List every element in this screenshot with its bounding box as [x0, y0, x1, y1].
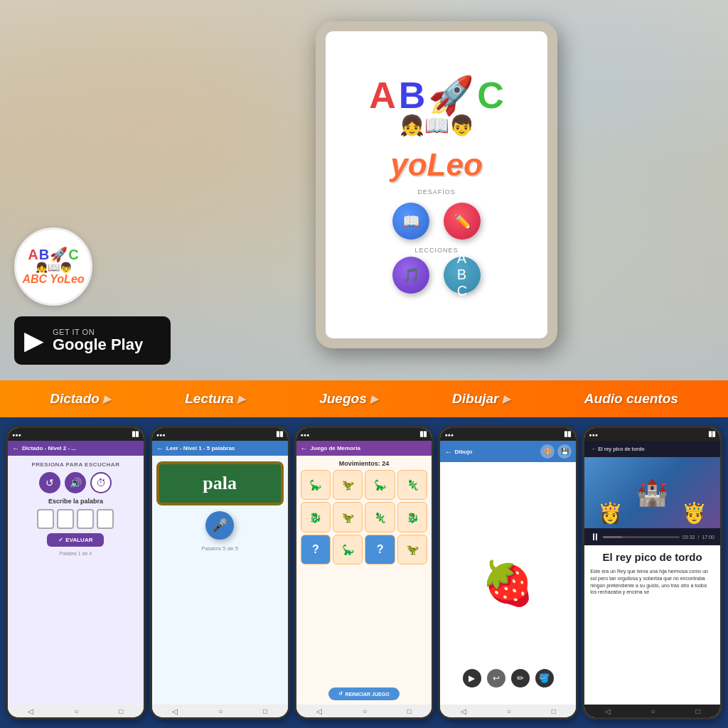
draw-play-btn[interactable]: ▶ [463, 669, 481, 687]
chalkboard-display: pala [156, 461, 284, 505]
phone3-title: Juego de Memoria [311, 445, 360, 451]
phone3-back[interactable]: ← [301, 444, 308, 452]
phone2-back[interactable]: ← [156, 444, 164, 452]
word-box-3[interactable] [77, 509, 94, 529]
logo-abc-text: AB🚀C [28, 247, 78, 262]
phone4-status: ●●●▊▊ [440, 428, 576, 441]
phone4-body: 🍓 ▶ ↩ ✏ 🪣 [440, 462, 576, 705]
audio-pause-btn[interactable]: ⏸ [590, 531, 600, 542]
phone1-back[interactable]: ← [12, 444, 19, 452]
nav-home[interactable]: ○ [363, 707, 367, 715]
drawing-save-btn[interactable]: 💾 [557, 444, 572, 459]
card-9[interactable]: ? [301, 535, 331, 564]
tablet-dictado-btn[interactable]: ✏️ [444, 203, 481, 240]
logo-kids-emoji: 👧📖👦 [36, 262, 72, 273]
tablet-leer-btn[interactable]: 📖 [392, 203, 429, 240]
banner-lectura[interactable]: Lectura [185, 391, 234, 407]
phone1-header: ← Dictado - Nivel 2 - ... [8, 441, 144, 456]
tablet-mockup: AB🚀C 👧📖👦 yoLeo DESAFÍOS 📖 ✏️ LECCIONES 🎵… [316, 21, 557, 348]
phone-screenshots-section: ●●●▊▊ ← Dictado - Nivel 2 - ... PRESIONA… [0, 417, 728, 728]
banner-dibujar[interactable]: Dibujar [452, 391, 498, 407]
card-5[interactable]: 🐉 [301, 502, 331, 532]
nav-home[interactable]: ○ [74, 707, 78, 715]
drawing-canvas[interactable]: 🍓 [444, 508, 572, 660]
drawing-tools: ▶ ↩ ✏ 🪣 [440, 669, 576, 687]
card-7[interactable]: 🦎 [365, 502, 395, 532]
nav-back[interactable]: ◁ [316, 707, 322, 715]
phone4-back[interactable]: ← [444, 448, 451, 456]
nav-recent[interactable]: □ [119, 707, 123, 715]
nav-home[interactable]: ○ [651, 707, 655, 715]
nav-recent[interactable]: □ [695, 707, 700, 715]
logo-yoleo-text: ABC YoLeo [22, 273, 84, 286]
audio-text-section: El rey pico de tordo Este era un Rey que… [584, 545, 720, 705]
tablet-abecedario-btn[interactable]: ABC [444, 257, 481, 294]
nav-recent[interactable]: □ [407, 707, 412, 715]
story-body-text: Este era un Rey que tenía una hija hermo… [590, 568, 714, 596]
dictado-word-count: Palabra 1 de 4 [60, 551, 92, 556]
evaluar-button[interactable]: ✓ EVALUAR [47, 533, 104, 547]
phone3-header: ← Juego de Memoria [296, 441, 432, 456]
nav-home[interactable]: ○ [218, 707, 223, 715]
escribir-label: Escribe la palabra [48, 498, 103, 505]
audio-time-total: 17:00 [702, 535, 714, 540]
google-play-icon: ▶ [24, 326, 44, 355]
nav-back[interactable]: ◁ [605, 707, 611, 715]
google-play-text: GET IT ON Google Play [53, 328, 143, 353]
evaluar-check: ✓ [58, 537, 63, 543]
dictado-refresh-btn[interactable]: ↺ [39, 472, 60, 493]
nav-recent[interactable]: □ [263, 707, 267, 715]
dictado-sound-btn[interactable]: 🔊 [65, 472, 86, 493]
phone5-header: ← El rey pico de tordo [584, 441, 720, 457]
drawing-palette-btn[interactable]: 🎨 [540, 444, 555, 459]
card-12[interactable]: 🦖 [397, 535, 427, 564]
nav-recent[interactable]: □ [552, 707, 556, 715]
dictado-timer-btn[interactable]: ⏱ [90, 472, 112, 493]
nav-home[interactable]: ○ [507, 707, 511, 715]
dictado-instruction: PRESIONA PARA ESCUCHAR [31, 461, 119, 468]
card-11[interactable]: ? [365, 535, 395, 564]
princess-icon: 👸 [598, 501, 623, 525]
dictado-playback-icons: ↺ 🔊 ⏱ [39, 472, 112, 493]
story-title: El rey pico de tordo [590, 551, 714, 564]
phone5-title: ← El rey pico de tordo [589, 444, 647, 454]
tablet-abc-logo: AB🚀C [369, 77, 504, 114]
card-10[interactable]: 🦕 [333, 535, 363, 564]
phone2-nav: ◁ ○ □ [152, 705, 288, 717]
phone-juegos: ●●●▊▊ ← Juego de Memoria Movimientos: 24… [294, 426, 434, 719]
google-play-badge[interactable]: ▶ GET IT ON Google Play [14, 316, 171, 365]
card-4[interactable]: 🦎 [397, 470, 427, 500]
nav-back[interactable]: ◁ [172, 707, 178, 715]
card-8[interactable]: 🐉 [397, 502, 427, 532]
draw-pencil-btn[interactable]: ✏ [511, 669, 530, 687]
card-2[interactable]: 🦖 [333, 470, 363, 500]
phone3-nav: ◁ ○ □ [296, 705, 432, 717]
nav-back[interactable]: ◁ [461, 707, 466, 715]
banner-juegos[interactable]: Juegos [319, 391, 367, 407]
phone2-body: pala 🎤 Palabra 5 de 5 [152, 456, 288, 705]
tablet-vocales-btn[interactable]: 🎵 [392, 257, 429, 294]
draw-undo-btn[interactable]: ↩ [487, 669, 505, 687]
phone-lectura: ●●●▊▊ ← Leer - Nivel 1 - 5 palabras pala… [150, 426, 290, 719]
card-3[interactable]: 🦕 [365, 470, 395, 500]
nav-back[interactable]: ◁ [28, 707, 33, 715]
reiniciar-button[interactable]: ↺ REINICIAR JUEGO [328, 687, 399, 700]
banner-audio-cuentos[interactable]: Audio cuentos [584, 391, 678, 407]
phone2-title: Leer - Nivel 1 - 5 palabras [166, 445, 235, 451]
card-6[interactable]: 🦖 [333, 502, 363, 532]
banner-dictado[interactable]: Dictado [50, 391, 100, 407]
palabra-number: Palabra 5 de 5 [201, 545, 238, 552]
phone-dictado: ●●●▊▊ ← Dictado - Nivel 2 - ... PRESIONA… [6, 426, 146, 719]
word-box-1[interactable] [37, 509, 54, 529]
word-box-4[interactable] [97, 509, 114, 529]
card-1[interactable]: 🦕 [301, 470, 331, 500]
microphone-button[interactable]: 🎤 [205, 511, 234, 540]
draw-fill-btn[interactable]: 🪣 [535, 669, 554, 687]
audio-progress-bar[interactable] [603, 536, 680, 538]
reiniciar-icon: ↺ [338, 691, 343, 697]
audio-story-image: 🏰 👸 🤴 [584, 457, 720, 528]
tablet-lecciones-label: LECCIONES [414, 247, 458, 254]
word-box-2[interactable] [57, 509, 74, 529]
phone5-nav: ◁ ○ □ [584, 705, 720, 717]
phone5-body: 🏰 👸 🤴 ⏸ 03:32 / 17:00 El rey pico de tor… [584, 457, 720, 705]
